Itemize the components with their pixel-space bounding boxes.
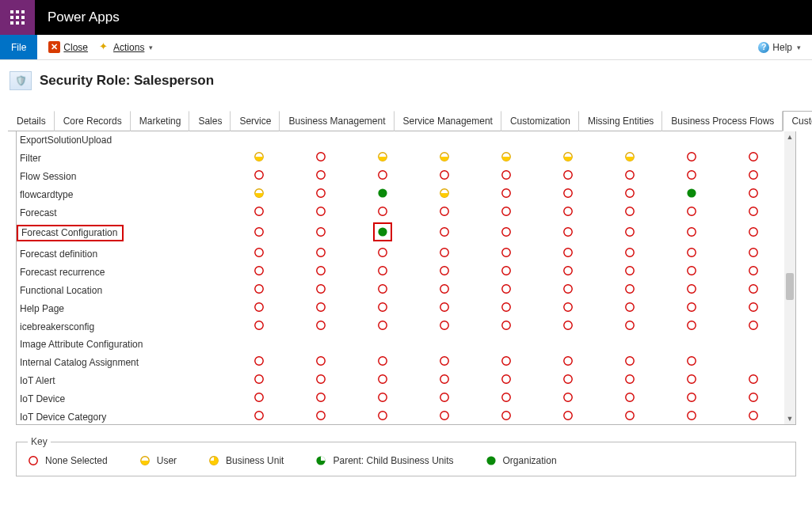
privilege-toggle[interactable] <box>748 302 759 313</box>
privilege-toggle[interactable] <box>377 392 388 403</box>
tab-marketing[interactable]: Marketing <box>131 111 190 131</box>
privilege-toggle[interactable] <box>254 320 265 331</box>
privilege-toggle[interactable] <box>748 226 759 237</box>
privilege-toggle[interactable] <box>562 247 574 258</box>
privilege-toggle[interactable] <box>748 188 759 199</box>
privilege-toggle[interactable] <box>624 374 635 385</box>
privilege-toggle[interactable] <box>377 320 388 331</box>
privilege-toggle[interactable] <box>377 283 388 294</box>
privilege-toggle[interactable] <box>748 392 759 403</box>
privilege-toggle[interactable] <box>377 151 388 162</box>
entity-name-cell[interactable]: Internal Catalog Assignment <box>17 353 228 371</box>
privilege-toggle[interactable] <box>377 302 388 313</box>
privilege-toggle[interactable] <box>315 206 326 217</box>
privilege-toggle[interactable] <box>686 265 697 276</box>
privilege-toggle[interactable] <box>562 206 574 217</box>
privilege-toggle[interactable] <box>254 355 265 366</box>
privilege-toggle[interactable] <box>439 265 450 276</box>
privilege-toggle[interactable] <box>254 302 265 313</box>
privilege-toggle[interactable] <box>315 265 326 276</box>
privilege-toggle[interactable] <box>562 169 574 180</box>
entity-name-cell[interactable]: IoT Alert <box>17 371 228 389</box>
privilege-toggle[interactable] <box>439 302 450 313</box>
privilege-toggle[interactable] <box>501 374 512 385</box>
scrollbar-track[interactable] <box>784 142 795 413</box>
privilege-toggle[interactable] <box>686 151 697 162</box>
privilege-toggle[interactable] <box>254 151 265 162</box>
scroll-down-button[interactable]: ▼ <box>784 413 795 424</box>
privilege-toggle[interactable] <box>748 169 759 180</box>
privilege-toggle[interactable] <box>624 206 635 217</box>
privilege-toggle[interactable] <box>315 151 326 162</box>
privilege-toggle[interactable] <box>254 188 265 199</box>
privilege-toggle[interactable] <box>315 169 326 180</box>
privilege-toggle[interactable] <box>254 265 265 276</box>
entity-name-cell[interactable]: IoT Device Category <box>17 408 228 424</box>
privilege-toggle[interactable] <box>375 224 391 240</box>
privilege-toggle[interactable] <box>377 355 388 366</box>
privilege-toggle[interactable] <box>748 247 759 258</box>
privilege-toggle[interactable] <box>254 374 265 385</box>
privilege-toggle[interactable] <box>562 265 574 276</box>
privilege-toggle[interactable] <box>501 283 512 294</box>
privilege-toggle[interactable] <box>624 355 635 366</box>
privilege-toggle[interactable] <box>439 320 450 331</box>
actions-menu-button[interactable]: Actions ▾ <box>99 42 153 53</box>
privilege-toggle[interactable] <box>562 392 574 403</box>
privilege-toggle[interactable] <box>562 151 574 162</box>
entity-name-cell[interactable]: Functional Location <box>17 281 228 299</box>
privilege-toggle[interactable] <box>501 151 512 162</box>
privilege-toggle[interactable] <box>624 302 635 313</box>
privilege-toggle[interactable] <box>501 302 512 313</box>
tab-details[interactable]: Details <box>8 111 55 131</box>
privilege-toggle[interactable] <box>501 206 512 217</box>
privilege-toggle[interactable] <box>315 283 326 294</box>
entity-name-cell[interactable]: Flow Session <box>17 167 228 185</box>
privilege-toggle[interactable] <box>624 169 635 180</box>
privilege-toggle[interactable] <box>686 355 697 366</box>
close-button[interactable]: ✕ Close <box>48 41 88 53</box>
privilege-toggle[interactable] <box>501 247 512 258</box>
privilege-toggle[interactable] <box>686 226 697 237</box>
privilege-toggle[interactable] <box>748 265 759 276</box>
privilege-toggle[interactable] <box>748 374 759 385</box>
privilege-toggle[interactable] <box>439 392 450 403</box>
privilege-toggle[interactable] <box>501 265 512 276</box>
tab-missing-entities[interactable]: Missing Entities <box>579 111 662 131</box>
privilege-toggle[interactable] <box>377 247 388 258</box>
privilege-toggle[interactable] <box>315 302 326 313</box>
entity-name-cell[interactable]: icebreakersconfig <box>17 317 228 336</box>
privilege-toggle[interactable] <box>686 247 697 258</box>
privilege-toggle[interactable] <box>562 410 574 421</box>
privilege-toggle[interactable] <box>254 410 265 421</box>
tab-business-management[interactable]: Business Management <box>280 111 394 131</box>
privilege-toggle[interactable] <box>562 374 574 385</box>
privilege-toggle[interactable] <box>501 169 512 180</box>
privilege-toggle[interactable] <box>501 410 512 421</box>
privilege-toggle[interactable] <box>377 188 388 199</box>
privilege-toggle[interactable] <box>315 320 326 331</box>
privilege-toggle[interactable] <box>315 226 326 237</box>
privilege-toggle[interactable] <box>686 188 697 199</box>
privilege-toggle[interactable] <box>254 226 265 237</box>
help-menu-button[interactable]: ? Help ▾ <box>758 35 812 59</box>
privilege-toggle[interactable] <box>624 247 635 258</box>
privilege-toggle[interactable] <box>624 151 635 162</box>
privilege-toggle[interactable] <box>624 226 635 237</box>
entity-name-cell[interactable]: Forecast recurrence <box>17 263 228 281</box>
privilege-toggle[interactable] <box>439 206 450 217</box>
privilege-toggle[interactable] <box>748 320 759 331</box>
privilege-toggle[interactable] <box>624 392 635 403</box>
entity-name-cell[interactable]: flowcardtype <box>17 185 228 203</box>
vertical-scrollbar[interactable]: ▲ ▼ <box>784 131 795 424</box>
privilege-toggle[interactable] <box>686 302 697 313</box>
privilege-toggle[interactable] <box>501 226 512 237</box>
privilege-toggle[interactable] <box>501 392 512 403</box>
tab-custom-entities[interactable]: Custom Entities <box>783 111 812 131</box>
privilege-toggle[interactable] <box>254 206 265 217</box>
privilege-toggle[interactable] <box>562 188 574 199</box>
entity-name-cell[interactable]: Image Attribute Configuration <box>17 336 228 353</box>
tab-service[interactable]: Service <box>231 111 280 131</box>
privilege-toggle[interactable] <box>439 151 450 162</box>
privilege-toggle[interactable] <box>439 374 450 385</box>
